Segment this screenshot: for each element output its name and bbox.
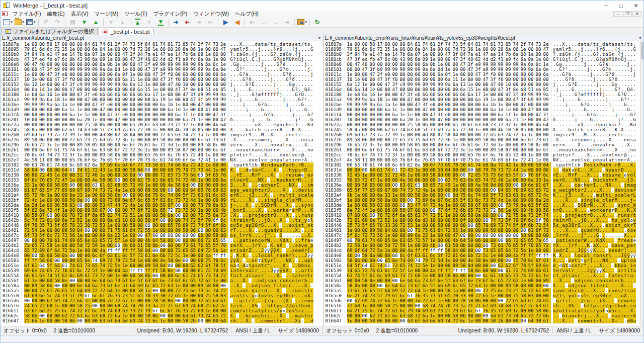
mdi-minimize-button[interactable]: ⎯ [613,11,622,17]
hex-row[interactable]: 016137101e0000473ff00000000000006a111e00… [1,77,323,82]
hex-row[interactable]: 01607a1e00005817000000646174612f74735f64… [324,42,644,47]
tab-1[interactable]: _best.pt - best.pt [99,28,153,35]
hex-row[interactable]: 016245580a00000062617463685f73697a657238… [1,127,323,132]
menu-item-5[interactable]: プラグイン(P) [150,11,191,17]
hex-row[interactable]: 0161881eb86a161e0000473fe66666666666666a… [1,92,323,97]
hex-row[interactable]: 0161d900000000006a1c1e000047000000000000… [324,107,644,112]
hex-row[interactable]: 0161be9999999a6a1a1e0000473fe00000000000… [1,102,323,107]
left-hex-view[interactable]: 01607a1e00005817000000646174612f74735f64… [1,41,323,326]
hex-row[interactable]: 0164611e00008958040000007175616472551e00… [324,228,644,233]
hex-row[interactable]: 016611636f6d2f756c7472616c79746963732f79… [1,308,323,313]
hex-row[interactable]: 01607a1e00005817000000646174612f74735f64… [1,42,323,47]
hex-row[interactable]: 0163536f6c766572471e00004e58060000006275… [1,178,323,183]
dropdown-arrow-icon[interactable]: ▾ [22,20,24,24]
hex-row[interactable]: 0163896167655f77656967687473724a1e000089… [1,188,323,193]
hex-row[interactable]: 0160cb473fedfbe76c8b43966a091e0000473f40… [324,57,644,62]
hex-row[interactable]: 01633872451e00005272461e0000580d00000072… [324,173,644,178]
hex-row[interactable]: 01653974657276616c725f1e00004affffffff58… [324,268,644,273]
hex-row[interactable]: 01609579616d6c72351e00006a041e00007d7236… [1,47,323,52]
hex-row[interactable]: 01655463745f616c69617372601e000058060000… [324,273,644,278]
chevron-down-icon[interactable]: ▼ [318,36,321,40]
hex-row[interactable]: 0163f55f626e724f1e0000895807000000776f72… [1,208,323,213]
hex-row[interactable]: 016389655f77656967687473724a1e0000895806… [324,188,644,193]
chevron-down-icon[interactable]: ▼ [638,36,642,40]
hex-row[interactable]: 0162e74e581100000065766f6c76655f706f7075… [324,157,644,162]
hex-row[interactable]: 01636e331e00005805000000636163686572491e… [1,183,323,188]
open-button[interactable]: ▾ [14,18,25,27]
copy-all-left-button[interactable]: ◀ [232,18,243,27]
menu-item-3[interactable]: マージ(M) [91,11,121,17]
tab-0[interactable]: ファイルまたはフォルダーの選択 [2,28,98,35]
hex-row[interactable]: 0164e800004b00580a0000006c6f63616c5f7261… [1,253,323,258]
copy-to-right-button[interactable]: ➜ [171,18,181,27]
menu-item-6[interactable]: ウィンドウ(W) [190,11,232,17]
hex-row[interactable]: 01656f611e0000580e0000006e646a736f6e5f63… [1,278,323,283]
hex-row[interactable]: 0160e6004740080000000000006a0b1e0000473f… [1,62,323,67]
hex-row[interactable]: 0161a399999a6a181e0000470000000000000000… [324,97,644,102]
hex-row[interactable]: 01616d006a141e00004700000000000000006a15… [324,87,644,92]
hex-row[interactable]: 0162967665723c1e00008958050000006e6f7661… [1,142,323,147]
hex-row[interactable]: 01627b895806000000726573756d65723b1e0000… [1,137,323,142]
hex-row[interactable]: 0163a44b1e00006a331e0000580b0000006d756c… [324,193,644,198]
hex-row[interactable]: 0161be9999999a6a1a1e0000473fe00000000000… [324,102,644,107]
hex-row[interactable]: 0161010000473fb999999999999a6a0d1e000047… [1,67,323,72]
hex-row[interactable]: 0160b03f847ae147ae147b6a071e0000473f847a… [1,52,323,57]
scrollbar-thumb[interactable] [641,42,643,59]
right-hex-view[interactable]: 01607a1e00005817000000646174612f74735f64… [324,41,644,326]
left-file-header[interactable]: E:¥_common¥ubuntu_error¥_best.pt ▼ [1,35,323,41]
copy-to-left-button[interactable]: ➜ [182,18,193,27]
hex-row[interactable]: 0163da6a2d1e00005803000000534744724e1e00… [1,203,323,208]
hex-row[interactable]: 01656f0000580e0000006e646a736f6e5f636f6e… [324,278,644,283]
hex-row[interactable]: 0164970070617469656e636572571e00004b6458… [324,238,644,243]
menu-item-1[interactable]: 編集(E) [44,11,67,17]
minimize-button[interactable]: ─ [598,1,613,11]
hex-row[interactable]: 01620ff00000000000006a201e00004700000000… [324,117,644,122]
hex-row[interactable]: 01636e00005805000000636163686572491e0000… [324,183,644,188]
hex-row[interactable]: 01616d006a141e00004700000000000000006a15… [1,87,323,92]
hex-row[interactable]: 01627b895806000000726573756d65723b1e0000… [324,137,644,142]
hex-row[interactable]: 01611c1e0000473fe00000000000006a0f1e0000… [324,72,644,77]
hex-row[interactable]: 01658a580b0000006e646a736f6e5f66696c6572… [324,283,644,288]
save-button[interactable]: ▾ [26,18,36,27]
hex-row[interactable]: 0165a5736176655f64697272641e0000581a0000… [324,288,644,293]
hex-row[interactable]: 0164100700000070726f6a65637472511e000058… [324,213,644,218]
maximize-button[interactable]: □ [613,1,628,11]
hex-row[interactable]: 0163020063706174686c69620a506f7369785061… [324,162,644,167]
hex-row[interactable]: 01622a000000000000000075580600000065706f… [324,122,644,127]
hex-row[interactable]: 0161a399999a6a181e0000470000000000000000… [1,97,323,102]
hex-row[interactable]: 0165db0067697472661e00007d72671e00002858… [324,298,644,303]
hex-row[interactable]: 01622a000000000000000075580600000065706f… [1,122,323,127]
hex-row[interactable]: 01642b7261696e72521e00006ad3100000580f00… [324,218,644,223]
hex-row[interactable]: 01662c0000006272616e6368726a1e0000580600… [324,313,644,318]
hex-row[interactable]: 016647726b1e00005806000000636f6d6d697472… [1,318,323,323]
close-button[interactable]: ✕ [628,1,643,11]
hex-row[interactable]: 0161f40000000000006a1e1e0000473fe0000000… [1,112,323,117]
hex-row[interactable]: 01649700000070617469656e636572571e00004b… [1,238,323,243]
hex-row[interactable]: 0161526a121e0000473fc999999999999a6a131e… [324,82,644,87]
hex-row[interactable]: 01644635735f6570333072531e00005808000000… [324,223,644,228]
hex-row[interactable]: 0160cb473fedfbe76c8b43966a091e0000473f40… [1,57,323,62]
hex-row[interactable]: 01611c1e0000473fe00000000000006a0f1e0000… [1,72,323,77]
menu-item-4[interactable]: ツール(T) [121,11,150,17]
hex-row[interactable]: 0162e74e581100000065766f6c76655f706f7075… [1,157,323,162]
dropdown-arrow-icon[interactable]: ▾ [305,20,307,24]
hex-row[interactable]: 0164b27a6572581e00005d72591e00004b006158… [1,243,323,248]
hex-row[interactable]: 01651e6f61645f64617461736574725e1e000089… [1,263,323,268]
hex-row[interactable]: 01609579616d6c72351e00006a041e00007d7236… [324,47,644,52]
hex-row[interactable]: 0164cd6572696f64725a1e00004affffffff5804… [1,248,323,253]
hex-row[interactable]: 0164cd696f64725a1e00004affffffff58040000… [324,248,644,253]
hex-row[interactable]: 0162b100006e6f6175746f616e63686f72723e1e… [324,147,644,152]
vertical-scrollbar[interactable] [640,41,643,326]
hex-row[interactable]: 01658a0089580b0000006e646a736f6e5f66696c… [1,283,323,288]
hex-row[interactable]: 0166471e00005806000000636f6d6d6974726c1e… [324,318,644,323]
update-check-button[interactable]: ↻ [312,18,323,27]
hex-row[interactable]: 01631d58040000006461746172431e0000580400… [1,167,323,173]
hex-row[interactable]: 0162967665723c1e00008958050000006e6f7661… [324,142,644,147]
hex-row[interactable]: 0165c06e2f74735f796f6c6f7635735f65703330… [324,293,644,298]
hex-row[interactable]: 0163bf724c1e000089580a00000073696e676c65… [1,198,323,203]
hex-row[interactable]: 0166116d2f756c7472616c79746963732f796f6c… [324,308,644,313]
hex-row[interactable]: 0161010000473fb999999999999a6a0d1e000047… [324,67,644,72]
hex-row[interactable]: 016554666163745f616c69617372601e00005806… [1,273,323,278]
hex-row[interactable]: 0162b100006e6f6175746f616e63686f72723e1e… [1,147,323,152]
hex-row[interactable]: 0165db00000067697472661e00007d72671e0000… [1,298,323,303]
